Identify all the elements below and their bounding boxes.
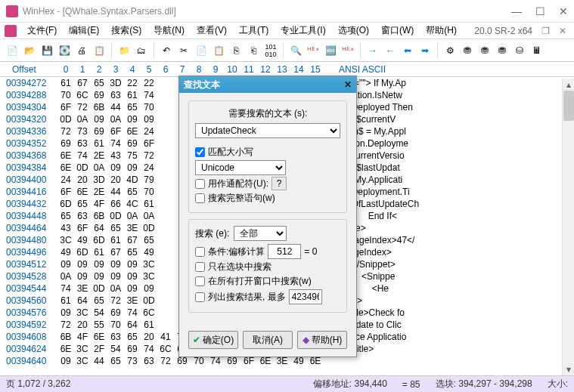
status-offset-value: 394,440	[354, 378, 386, 389]
wholeword-checkbox[interactable]	[195, 193, 205, 203]
close-button[interactable]: ✕	[559, 5, 568, 17]
dialog-title: 查找文本	[184, 79, 344, 91]
offset-mod-input[interactable]	[268, 244, 301, 259]
menu-protools[interactable]: 专业工具(I)	[276, 23, 330, 39]
matchcase-checkbox[interactable]	[195, 147, 205, 157]
replace-hex-icon[interactable]: ᴴᴱˣ	[340, 43, 355, 58]
wildcard-label: 用作通配符(U):	[208, 177, 268, 190]
selblock-checkbox[interactable]	[195, 262, 205, 272]
dialog-titlebar[interactable]: 查找文本 ✕	[179, 76, 356, 93]
window-title: WinHex - [QWhale.Syntax.Parsers.dll]	[23, 6, 511, 17]
maxresults-input[interactable]	[289, 289, 322, 304]
matchcase-label: 匹配大小写	[208, 146, 253, 159]
paste-icon[interactable]: 📋	[211, 43, 226, 58]
offset-header: Offset	[0, 64, 57, 75]
encoding-select[interactable]: Unicode	[195, 160, 286, 175]
wildcard-checkbox[interactable]	[195, 179, 205, 189]
scroll-thumb[interactable]	[563, 91, 574, 121]
copy-hex-icon[interactable]: ⎘	[228, 43, 244, 58]
scope-select[interactable]: 全部	[234, 226, 287, 241]
status-sel-value: 394,297 - 394,298	[458, 378, 532, 389]
menu-options[interactable]: 选项(O)	[334, 23, 374, 39]
new-icon[interactable]: 📄	[5, 43, 20, 58]
allwindows-label: 在所有打开窗口中搜索(w)	[208, 275, 312, 288]
wholeword-label: 搜索完整语句(w)	[208, 192, 275, 205]
menu-window[interactable]: 窗口(W)	[377, 23, 418, 39]
dialog-close-icon[interactable]: ✕	[344, 79, 352, 90]
vertical-scrollbar[interactable]: ▴ ▾	[562, 79, 574, 375]
open-icon[interactable]: 📂	[22, 43, 37, 58]
scope-label: 搜索 (e):	[195, 227, 229, 240]
find-icon[interactable]: 🔍	[288, 43, 303, 58]
print-icon[interactable]: 🖨	[74, 43, 89, 58]
drive1-icon[interactable]: ⛃	[460, 43, 475, 58]
properties-icon[interactable]: 📋	[92, 43, 107, 58]
minimize-button[interactable]: —	[511, 5, 522, 17]
drive4-icon[interactable]: ⛁	[512, 43, 527, 58]
binary-icon[interactable]: 101010	[263, 43, 278, 58]
find-text-dialog: 查找文本 ✕ 需要搜索的文本 (s): UpdateCheck 匹配大小写 Un…	[178, 76, 357, 357]
replace-icon[interactable]: 🔤	[323, 43, 338, 58]
drive2-icon[interactable]: ⛃	[477, 43, 492, 58]
maximize-button[interactable]: ☐	[535, 5, 545, 17]
scroll-down-icon[interactable]: ▾	[563, 363, 574, 375]
app-icon	[6, 5, 18, 17]
search-text-label: 需要搜索的文本 (s):	[195, 107, 340, 120]
listresults-checkbox[interactable]	[195, 292, 205, 302]
help-button[interactable]: ◆帮助(H)	[297, 331, 347, 349]
paste-hex-icon[interactable]: ⎗	[246, 43, 261, 58]
disk-icon[interactable]: 💽	[57, 43, 72, 58]
dir-icon[interactable]: 🗂	[134, 43, 149, 58]
ascii-header: ANSI ASCII	[339, 64, 386, 75]
allwindows-checkbox[interactable]	[195, 276, 205, 286]
menu-help[interactable]: 帮助(H)	[421, 23, 461, 39]
listresults-label: 列出搜索结果, 最多	[208, 291, 286, 304]
find-hex-icon[interactable]: ᴴᴱˣ	[306, 43, 321, 58]
menu-tools[interactable]: 工具(T)	[234, 23, 273, 39]
status-offset-label: 偏移地址:	[313, 378, 352, 389]
hex-header: Offset 0123456789101112131415 ANSI ASCII	[0, 62, 574, 77]
copy-icon[interactable]: 📄	[194, 43, 209, 58]
goto-icon[interactable]: →	[365, 43, 380, 58]
statusbar: 页 1,072 / 3,262 偏移地址: 394,440 = 85 选块: 3…	[0, 375, 574, 392]
goto-back-icon[interactable]: ←	[383, 43, 398, 58]
offset-label: 条件:偏移计算	[208, 245, 265, 258]
cancel-button[interactable]: 取消(A)	[243, 331, 293, 349]
version-label: 20.0 SR-2 x64	[474, 26, 535, 36]
toolbar: 📄 📂 💾 💽 🖨 📋 📁 🗂 ↶ ✂ 📄 📋 ⎘ ⎗ 101010 🔍 ᴴᴱˣ…	[0, 39, 574, 62]
menubar: 文件(F) 编辑(E) 搜索(S) 导航(N) 查看(V) 工具(T) 专业工具…	[0, 23, 574, 39]
forward-icon[interactable]: ➡	[417, 43, 433, 58]
save-icon[interactable]: 💾	[39, 43, 54, 58]
search-text-input[interactable]: UpdateCheck	[195, 123, 340, 138]
cut-icon[interactable]: ✂	[176, 43, 191, 58]
status-size-label: 大小:	[548, 378, 568, 390]
menu-edit[interactable]: 编辑(E)	[64, 23, 104, 39]
status-sel-label: 选块:	[436, 378, 456, 389]
menu-file[interactable]: 文件(F)	[23, 23, 61, 39]
offset-checkbox[interactable]	[195, 247, 205, 257]
doc-icon	[5, 25, 17, 37]
menu-search[interactable]: 搜索(S)	[107, 23, 146, 39]
mdi-restore-button[interactable]: ❐	[538, 26, 553, 36]
selblock-label: 只在选块中搜索	[208, 261, 271, 273]
mdi-close-button[interactable]: ✕	[556, 26, 569, 36]
calc-icon[interactable]: 🖩	[529, 43, 545, 58]
back-icon[interactable]: ⬅	[400, 43, 415, 58]
scroll-up-icon[interactable]: ▴	[563, 79, 574, 91]
offset-eq-label: = 0	[304, 246, 317, 257]
drive3-icon[interactable]: ⛃	[495, 43, 510, 58]
wildcard-char-button[interactable]: ?	[271, 177, 287, 190]
menu-view[interactable]: 查看(V)	[192, 23, 231, 39]
ok-button[interactable]: ✔确定(O)	[188, 331, 238, 349]
status-page: 页 1,072 / 3,262	[6, 378, 70, 390]
status-byte-value: = 85	[402, 379, 420, 390]
settings-icon[interactable]: ⚙	[442, 43, 458, 58]
folder-icon[interactable]: 📁	[116, 43, 132, 58]
titlebar: WinHex - [QWhale.Syntax.Parsers.dll] — ☐…	[0, 0, 574, 23]
menu-navigate[interactable]: 导航(N)	[149, 23, 189, 39]
undo-icon[interactable]: ↶	[159, 43, 174, 58]
